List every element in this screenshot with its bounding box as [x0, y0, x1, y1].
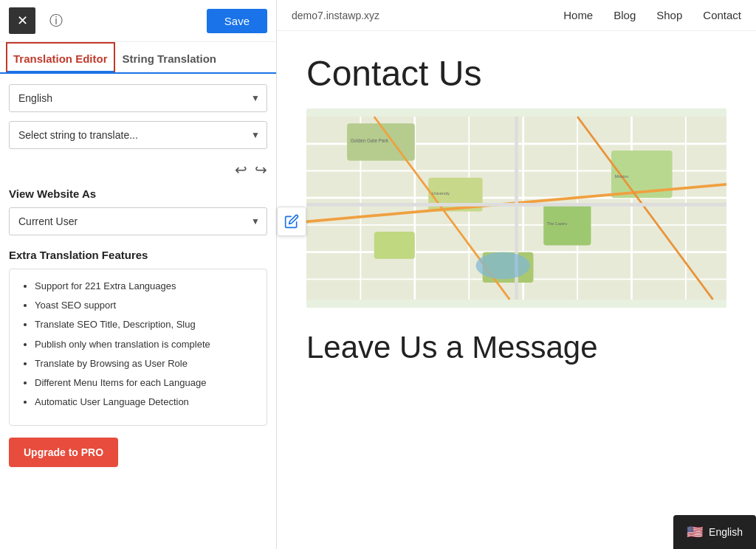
site-nav-links: Home Blog Shop Contact	[563, 9, 741, 21]
english-badge[interactable]: 🇺🇸 English	[673, 515, 756, 549]
string-dropdown-wrapper: Select string to translate... ▼	[9, 121, 267, 149]
site-nav: demo7.instawp.xyz Home Blog Shop Contact	[277, 0, 756, 31]
svg-text:Golden Gate Park: Golden Gate Park	[351, 138, 389, 143]
tab-string-translation[interactable]: String Translation	[115, 42, 224, 72]
nav-arrows: ↩ ↪	[9, 158, 267, 187]
svg-text:University: University	[432, 191, 450, 196]
view-website-as-section: View Website As Current User Visitor Adm…	[9, 187, 267, 235]
leave-message-title: Leave Us a Message	[306, 330, 726, 365]
site-domain: demo7.instawp.xyz	[292, 10, 379, 21]
list-item: Automatic User Language Detection	[35, 396, 255, 409]
map-svg: Golden Gate Park University The Castro M…	[306, 108, 726, 308]
back-arrow-button[interactable]: ↩	[235, 161, 247, 179]
save-button[interactable]: Save	[207, 9, 267, 33]
features-box: Support for 221 Extra Languages Yoast SE…	[9, 269, 267, 426]
list-item: Support for 221 Extra Languages	[35, 280, 255, 293]
upgrade-button[interactable]: Upgrade to PRO	[9, 438, 118, 467]
edit-icon-button[interactable]	[277, 207, 306, 236]
list-item: Different Menu Items for each Language	[35, 376, 255, 390]
main-content: Contact Us	[277, 31, 756, 549]
left-panel: ✕ ⓘ Save Translation Editor String Trans…	[0, 0, 277, 549]
view-website-as-label: View Website As	[9, 187, 267, 200]
language-dropdown[interactable]: English French Spanish German	[9, 84, 267, 112]
page-title: Contact Us	[306, 53, 726, 94]
extra-features-section: Extra Translation Features Support for 2…	[9, 249, 267, 467]
tabs-container: Translation Editor String Translation	[0, 42, 276, 74]
forward-arrow-button[interactable]: ↪	[255, 161, 267, 179]
panel-content: English French Spanish German ▼ Select s…	[0, 74, 276, 549]
list-item: Publish only when translation is complet…	[35, 338, 255, 351]
view-as-dropdown-wrapper: Current User Visitor Administrator ▼	[9, 207, 267, 235]
english-badge-label: English	[709, 526, 743, 538]
svg-point-25	[475, 252, 529, 280]
features-list: Support for 221 Extra Languages Yoast SE…	[21, 280, 255, 409]
top-bar: ✕ ⓘ Save	[0, 0, 276, 42]
list-item: Yoast SEO support	[35, 299, 255, 312]
map-container: Golden Gate Park University The Castro M…	[306, 108, 726, 308]
svg-text:Mission: Mission	[615, 174, 629, 179]
language-dropdown-wrapper: English French Spanish German ▼	[9, 84, 267, 112]
nav-link-contact[interactable]: Contact	[703, 9, 741, 21]
list-item: Translate SEO Title, Description, Slug	[35, 318, 255, 331]
view-as-dropdown[interactable]: Current User Visitor Administrator	[9, 207, 267, 235]
close-button[interactable]: ✕	[9, 7, 35, 34]
svg-text:The Castro: The Castro	[547, 221, 567, 226]
info-button[interactable]: ⓘ	[44, 9, 68, 32]
list-item: Translate by Browsing as User Role	[35, 357, 255, 370]
nav-link-home[interactable]: Home	[563, 9, 593, 21]
extra-features-label: Extra Translation Features	[9, 249, 267, 261]
tab-translation-editor[interactable]: Translation Editor	[6, 42, 115, 72]
nav-link-shop[interactable]: Shop	[656, 9, 682, 21]
nav-link-blog[interactable]: Blog	[614, 9, 636, 21]
right-panel: demo7.instawp.xyz Home Blog Shop Contact…	[277, 0, 756, 549]
string-dropdown[interactable]: Select string to translate...	[9, 121, 267, 149]
pencil-icon	[284, 214, 299, 229]
svg-rect-18	[374, 232, 415, 259]
flag-icon: 🇺🇸	[687, 524, 703, 540]
